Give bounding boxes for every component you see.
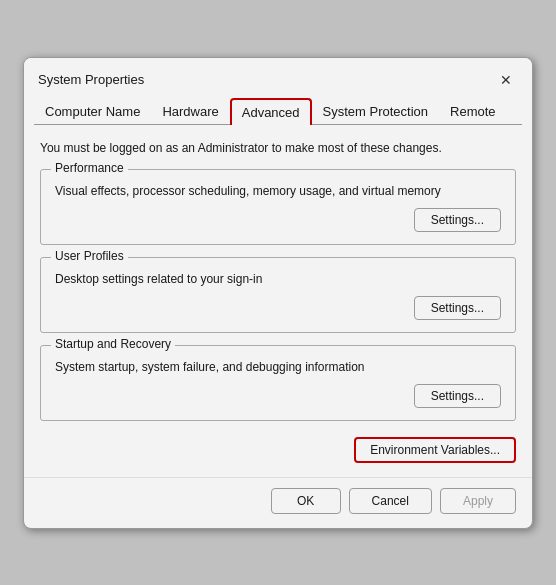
performance-section-title: Performance (51, 161, 128, 175)
startup-recovery-btn-row: Settings... (55, 384, 501, 408)
dialog-footer: OK Cancel Apply (24, 477, 532, 528)
startup-recovery-desc: System startup, system failure, and debu… (55, 360, 501, 374)
user-profiles-section: User Profiles Desktop settings related t… (40, 257, 516, 333)
ok-button[interactable]: OK (271, 488, 341, 514)
admin-note: You must be logged on as an Administrato… (40, 139, 516, 157)
user-profiles-desc: Desktop settings related to your sign-in (55, 272, 501, 286)
tab-hardware[interactable]: Hardware (151, 98, 229, 124)
performance-section: Performance Visual effects, processor sc… (40, 169, 516, 245)
user-profiles-section-title: User Profiles (51, 249, 128, 263)
dialog-title: System Properties (38, 72, 144, 87)
user-profiles-btn-row: Settings... (55, 296, 501, 320)
env-variables-row: Environment Variables... (40, 437, 516, 463)
performance-desc: Visual effects, processor scheduling, me… (55, 184, 501, 198)
tab-content: You must be logged on as an Administrato… (24, 125, 532, 477)
performance-settings-button[interactable]: Settings... (414, 208, 501, 232)
system-properties-dialog: System Properties ✕ Computer Name Hardwa… (23, 57, 533, 529)
startup-recovery-settings-button[interactable]: Settings... (414, 384, 501, 408)
tab-advanced[interactable]: Advanced (230, 98, 312, 125)
performance-btn-row: Settings... (55, 208, 501, 232)
startup-recovery-section-title: Startup and Recovery (51, 337, 175, 351)
user-profiles-settings-button[interactable]: Settings... (414, 296, 501, 320)
close-button[interactable]: ✕ (494, 68, 518, 92)
environment-variables-button[interactable]: Environment Variables... (354, 437, 516, 463)
tab-remote[interactable]: Remote (439, 98, 507, 124)
cancel-button[interactable]: Cancel (349, 488, 432, 514)
startup-recovery-section: Startup and Recovery System startup, sys… (40, 345, 516, 421)
tab-bar: Computer Name Hardware Advanced System P… (24, 92, 532, 124)
title-bar: System Properties ✕ (24, 58, 532, 92)
apply-button[interactable]: Apply (440, 488, 516, 514)
tab-computer-name[interactable]: Computer Name (34, 98, 151, 124)
tab-system-protection[interactable]: System Protection (312, 98, 440, 124)
